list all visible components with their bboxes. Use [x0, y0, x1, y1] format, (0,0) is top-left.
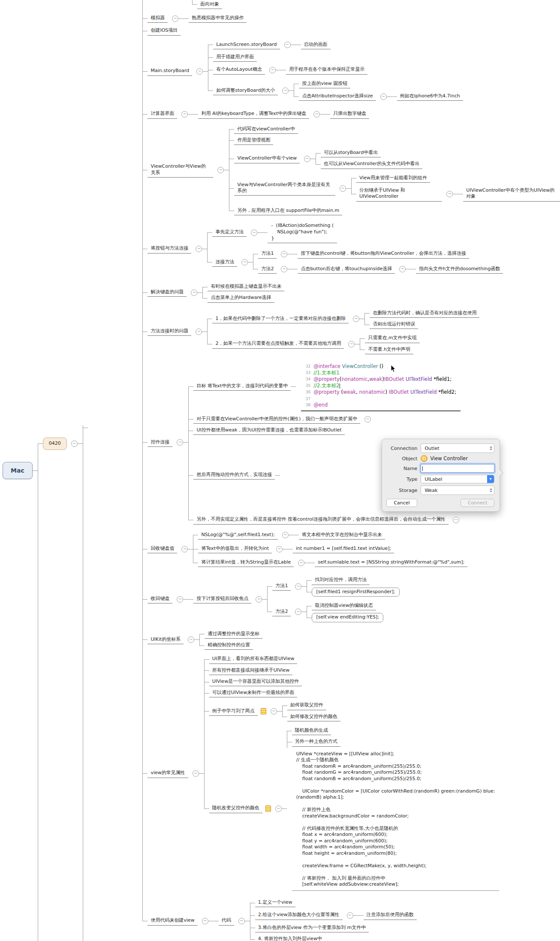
topic-label[interactable]: 精确控制控件的位置	[205, 641, 253, 650]
topic-label[interactable]: UIViewController中有个类型为UIView的对象	[463, 187, 560, 202]
topic-label[interactable]: 只弹出数字键盘	[330, 110, 369, 118]
topic-label[interactable]: 解决键盘的问题	[148, 288, 187, 297]
topic-label[interactable]: 在删除方法代码时，确认是否有对应的连接在使用	[370, 309, 479, 318]
collapse-icon[interactable]: −	[238, 918, 245, 924]
topic-label[interactable]: ViewController中有个view	[234, 154, 300, 163]
topic-label[interactable]: 也可以从ViewController的头文件代码中看出	[321, 160, 422, 169]
topic-label[interactable]: 代码	[219, 917, 234, 925]
topic-label[interactable]: 可以从storyBoard中看出	[321, 149, 381, 157]
collapse-icon[interactable]: −	[453, 517, 459, 523]
topic-label[interactable]: LaunchScreen.storyBoard	[213, 41, 280, 49]
collapse-icon[interactable]: −	[71, 440, 78, 447]
collapse-icon[interactable]: −	[181, 546, 188, 552]
topic-label[interactable]: 将Text中的值取出，并转化为int	[198, 545, 272, 553]
collapse-icon[interactable]: −	[340, 185, 346, 192]
topic-label[interactable]: UIView *createView = [[UIView alloc]init…	[292, 749, 500, 891]
topic-label[interactable]: 方法1	[258, 250, 277, 258]
topic-label[interactable]: 方法2	[258, 265, 277, 274]
collapse-icon[interactable]: −	[282, 87, 289, 94]
topic-label[interactable]: 利用 AI的keyboardType，调整Text中的弹出键盘	[198, 110, 309, 118]
collapse-icon[interactable]: −	[188, 636, 194, 643]
topic-label[interactable]: 熟悉模拟器中常见的操作	[189, 14, 247, 23]
topic-label[interactable]: 取消控制器view的编辑状态	[312, 602, 376, 610]
topic-label[interactable]: 将计算结果int值，转为String显示在Lable	[198, 558, 294, 567]
topic-label[interactable]: 用于程序在各个版本中保持正常显示	[286, 66, 367, 74]
collapse-icon[interactable]: −	[298, 560, 304, 566]
topic-label[interactable]: 启动的画面	[301, 41, 331, 49]
topic-label[interactable]: 作用是管理视图	[234, 136, 273, 145]
topic-label[interactable]: 另外，不用实现定义属性，而是直接将控件 按着control连接拖到类扩展中，会弹…	[193, 516, 449, 524]
topic-label[interactable]: - (IBAction)doSomething ( NSLog(@"have f…	[268, 222, 337, 244]
topic-label[interactable]: 指向头文件h文件的dosomething函数	[416, 265, 503, 274]
collapse-icon[interactable]: −	[196, 246, 202, 252]
topic-label[interactable]: 将文本框中的文字在控制台中显示出来	[299, 531, 385, 540]
topic-label[interactable]: 然后再用拖动控件的方式，实现连接	[193, 471, 275, 480]
topic-label[interactable]: 另外一种上色的方式	[292, 738, 340, 746]
collapse-icon[interactable]: −	[284, 42, 291, 48]
topic-label[interactable]: View与ViewController两个类本身是没有关系的	[234, 181, 335, 196]
topic-label[interactable]: 2.给这个view添加颜色大小位置等属性	[255, 911, 343, 920]
topic-label[interactable]: 用于搭建用户界面	[213, 53, 257, 62]
topic-label[interactable]: UIView是一个容器里面可以添加其他控件	[209, 678, 302, 686]
topic-label[interactable]: 回收键盘值	[148, 545, 177, 553]
collapse-icon[interactable]: −	[202, 918, 208, 924]
topic-label[interactable]: 计算器界面	[148, 110, 177, 118]
collapse-icon[interactable]: −	[313, 111, 320, 118]
collapse-icon[interactable]: −	[241, 259, 248, 265]
collapse-icon[interactable]: −	[281, 251, 287, 257]
collapse-icon[interactable]: −	[348, 341, 355, 347]
collapse-icon[interactable]: −	[269, 67, 276, 73]
topic-label[interactable]: 点击AttributeInspector选择size	[299, 92, 376, 101]
topic-label[interactable]: 有个AutoLayout概念	[213, 66, 265, 74]
topic-label[interactable]: 事先定义方法	[212, 228, 247, 237]
topic-label[interactable]: [self.filed1 resignFirstResponder];	[312, 588, 399, 597]
topic-label[interactable]: View用来管理一起能看到的组件	[356, 174, 430, 183]
topic-label[interactable]: 按上面的view 圆按钮	[299, 80, 350, 88]
topic-label[interactable]: 注意添加后使用的函数	[364, 911, 417, 920]
topic-0420[interactable]: 0420	[43, 437, 67, 449]
topic-label[interactable]: 按下计算按钮后回收焦点	[193, 595, 251, 603]
collapse-icon[interactable]: −	[177, 596, 183, 603]
topic-label[interactable]: 如何调整storyBoard的大小	[213, 87, 278, 95]
connect-button[interactable]: Connect	[461, 499, 494, 507]
topic-label[interactable]: 点击button后右键，将touchupinside选择	[298, 265, 395, 274]
topic-label[interactable]: 收回键盘	[148, 595, 172, 603]
topic-label[interactable]: 控件连接	[148, 438, 172, 447]
topic-label[interactable]: NSLog(@"%@",self.filed1.text);	[198, 531, 277, 540]
storage-select[interactable]: Weak	[421, 486, 494, 495]
topic-label[interactable]: 4. 将新控件加入到外层view中	[255, 935, 325, 941]
collapse-icon[interactable]: −	[399, 266, 406, 272]
topic-label[interactable]: 代码写在viewController中	[234, 125, 298, 134]
topic-label[interactable]: 方法1	[272, 582, 291, 591]
stepper-icon[interactable]	[490, 488, 492, 492]
topic-label[interactable]: 1.定义一个view	[255, 899, 295, 907]
topic-label[interactable]: 将按钮与方法连接	[148, 244, 191, 253]
topic-label[interactable]: 通过调整控件的显示坐标	[205, 630, 262, 639]
topic-label[interactable]: 使用代码来创建view	[148, 917, 197, 925]
collapse-icon[interactable]: −	[275, 805, 282, 812]
collapse-icon[interactable]: −	[191, 290, 197, 296]
topic-label[interactable]: 方法连接时的问题	[148, 327, 191, 336]
combo-dropdown-icon[interactable]	[487, 475, 494, 483]
type-combo[interactable]: UILabel	[421, 475, 494, 483]
topic-label[interactable]: UI界面上，看到的所有东西都是UIView	[209, 655, 298, 664]
topic-label[interactable]: 分别继承于UIView 和 UIViewController	[356, 187, 442, 202]
collapse-icon[interactable]: −	[282, 532, 289, 538]
collapse-icon[interactable]: −	[364, 416, 371, 422]
topic-mac[interactable]: Mac	[3, 462, 33, 479]
collapse-icon[interactable]: −	[295, 609, 301, 615]
collapse-icon[interactable]: −	[196, 329, 202, 335]
topic-label[interactable]: 点击菜单上的Hardware选择	[208, 294, 274, 302]
collapse-icon[interactable]: −	[193, 770, 199, 777]
topic-label[interactable]: 按下键盘的control键，将button拖向ViewController，会弹…	[298, 250, 469, 258]
topic-label[interactable]: 不需要.h文件中声明	[365, 346, 413, 354]
topic-label[interactable]: 只需要在.m文件中实现	[365, 334, 419, 343]
collapse-icon[interactable]: −	[217, 167, 224, 173]
topic-label[interactable]: 对于只需要在ViewController中使用的控件(属性)，我们一般声明在类扩…	[193, 415, 360, 424]
topic-label[interactable]: 方法2	[272, 608, 291, 616]
topic-label[interactable]: view的常见属性	[148, 769, 188, 778]
collapse-icon[interactable]: −	[380, 93, 387, 100]
collapse-icon[interactable]: −	[347, 912, 353, 919]
collapse-icon[interactable]: −	[177, 439, 183, 446]
collapse-icon[interactable]: −	[181, 111, 188, 118]
